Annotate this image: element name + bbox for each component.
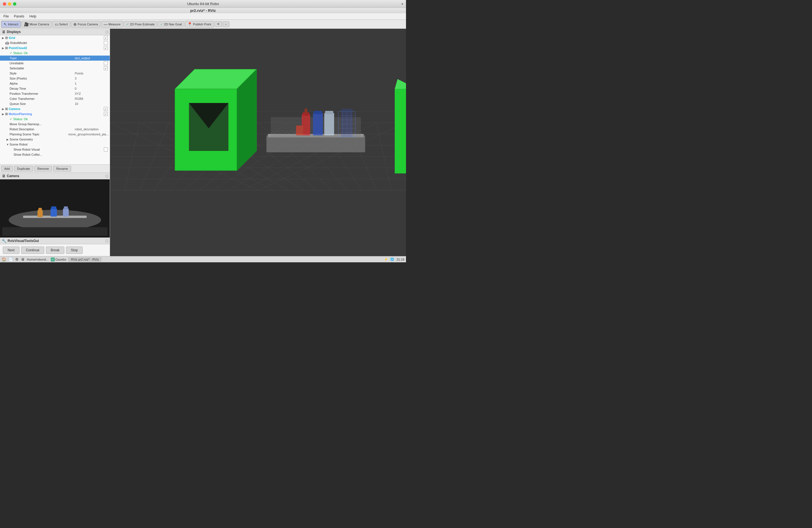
mp-checkbox[interactable]: ✓ — [104, 112, 108, 116]
svg-rect-52 — [304, 108, 307, 113]
status-tab[interactable]: RViz pr2.rviz* - RViz — [69, 258, 102, 262]
svg-rect-74 — [284, 132, 285, 133]
tree-item-decay-time[interactable]: Decay Time 0 — [0, 86, 110, 91]
tree-item-robot-model[interactable]: 🤖 RobotModel — [0, 40, 110, 45]
move-group-ns-label: Move Group Namesp... — [10, 122, 75, 126]
move-camera-label: Move Camera — [30, 23, 49, 26]
tree-item-pointcloud[interactable]: ▶ ⊞ PointCloud2 ✓ — [0, 45, 110, 50]
interact-button[interactable]: ↖ Interact — [1, 21, 21, 28]
robot-label: RobotModel — [10, 41, 104, 45]
next-button[interactable]: Next — [3, 247, 19, 254]
dropdown-icon[interactable]: ▾ — [402, 2, 403, 6]
menu-help[interactable]: Help — [27, 14, 39, 19]
add-display-button[interactable]: ✛ — [214, 21, 222, 27]
displays-tree: ▶ ⊞ Grid ✓ 🤖 RobotModel ▶ ⊞ PointCloud2 … — [0, 35, 110, 164]
svg-rect-87 — [361, 133, 361, 134]
tree-item-alpha[interactable]: Alpha 1 — [0, 81, 110, 86]
show-robot-visual-checkbox[interactable] — [104, 147, 108, 151]
tree-item-topic[interactable]: Topic /pcl_output — [0, 56, 110, 61]
camera-checkbox[interactable]: ✓ — [104, 107, 108, 111]
nav-goal-button[interactable]: ✓ 2D Nav Goal — [158, 21, 184, 27]
tree-item-pos-transformer[interactable]: Position Transformer XYZ — [0, 91, 110, 96]
tree-item-show-robot-visual[interactable]: Show Robot Visual — [0, 147, 110, 152]
remove-display-button[interactable]: − — [222, 21, 229, 27]
rviz-title: pr2.rviz* - RViz — [0, 8, 406, 13]
tree-item-scene-robot[interactable]: ▼ Scene Robot — [0, 142, 110, 147]
status-gazebo[interactable]: G Gazebo — [51, 258, 66, 262]
selectable-label: Selectable — [10, 67, 104, 70]
svg-rect-68 — [271, 133, 271, 133]
interact-icon: ↖ — [4, 22, 7, 27]
3d-viewport[interactable] — [110, 29, 406, 256]
select-button[interactable]: ▭ Select — [52, 21, 71, 28]
scene-robot-label: Scene Robot — [10, 143, 108, 146]
minimize-window-button[interactable] — [8, 2, 11, 6]
status-file[interactable]: 📄 — [9, 257, 13, 262]
tree-item-robot-desc[interactable]: Robot Description robot_description — [0, 127, 110, 132]
tree-item-move-group-ns[interactable]: Move Group Namesp... — [0, 121, 110, 127]
robot-checkbox[interactable] — [104, 41, 108, 45]
window-controls — [3, 2, 16, 6]
focus-camera-button[interactable]: ⊕ Focus Camera — [71, 21, 100, 28]
svg-rect-8 — [0, 227, 110, 236]
maximize-window-button[interactable] — [13, 2, 16, 6]
tree-item-color-transformer[interactable]: Color Transformer RGB8 — [0, 96, 110, 101]
svg-rect-69 — [273, 132, 273, 132]
remove-button[interactable]: Remove — [34, 166, 52, 172]
tree-item-size-pixels[interactable]: Size (Pixels) 3 — [0, 76, 110, 81]
path-text: /home/robond... — [27, 258, 48, 261]
rviz-tools-close-button[interactable]: □ — [106, 239, 108, 243]
status-settings[interactable]: ⚙ — [15, 257, 19, 262]
displays-buttons: Add Duplicate Remove Rename — [0, 164, 110, 173]
svg-rect-86 — [358, 134, 359, 135]
unreliable-checkbox[interactable] — [104, 61, 108, 65]
menu-panels[interactable]: Panels — [12, 14, 27, 19]
camera-view — [0, 179, 110, 237]
tree-item-scene-geometry[interactable]: ▶ Scene Geometry — [0, 137, 110, 142]
svg-rect-54 — [314, 111, 322, 114]
continue-button[interactable]: Continue — [21, 247, 44, 254]
tree-item-show-robot-collision[interactable]: Show Robot Collisi... — [0, 152, 110, 157]
duplicate-button[interactable]: Duplicate — [14, 166, 33, 172]
queue-size-value: 10 — [75, 102, 108, 105]
tree-item-motion-planning[interactable]: ▶ ⊞ MotionPlanning ✓ — [0, 112, 110, 117]
pc-checkbox[interactable]: ✓ — [104, 46, 108, 50]
add-button[interactable]: Add — [1, 166, 13, 172]
svg-rect-72 — [280, 133, 280, 133]
tree-item-unreliable[interactable]: Unreliable — [0, 61, 110, 66]
measure-button[interactable]: — Measure — [101, 21, 123, 28]
grid-expand-icon: ▶ — [1, 36, 5, 40]
move-camera-button[interactable]: 🎥 Move Camera — [21, 21, 52, 28]
tree-item-selectable[interactable]: Selectable ✓ — [0, 66, 110, 71]
tree-item-style[interactable]: Style Points — [0, 71, 110, 76]
status-monitor[interactable]: 🖥 — [21, 257, 25, 262]
break-button[interactable]: Break — [46, 247, 64, 254]
status-home[interactable]: 🏠 — [2, 257, 6, 262]
topic-value: /pcl_output — [75, 56, 108, 60]
menu-file[interactable]: File — [1, 14, 11, 19]
planning-scene-topic-label: Planning Scene Topic — [10, 133, 68, 136]
displays-close-button[interactable]: □ — [106, 30, 108, 34]
tree-item-planning-scene-topic[interactable]: Planning Scene Topic move_group/monitore… — [0, 132, 110, 137]
publish-point-button[interactable]: 📍 Publish Point — [185, 21, 214, 28]
camera-close-button[interactable]: □ — [106, 174, 108, 178]
pos-transformer-label: Position Transformer — [10, 92, 75, 96]
tree-item-camera[interactable]: ▶ ⊞ Camera ✓ — [0, 106, 110, 112]
tree-item-queue-size[interactable]: Queue Size 10 — [0, 101, 110, 106]
alpha-label: Alpha — [10, 82, 75, 85]
status-path: /home/robond... — [27, 258, 48, 261]
rename-button[interactable]: Rename — [53, 166, 71, 172]
pose-estimate-button[interactable]: ✓ 2D Pose Estimate — [124, 21, 157, 27]
nav-icon: ✓ — [160, 22, 163, 26]
grid-label: Grid — [9, 36, 104, 40]
selectable-checkbox[interactable]: ✓ — [104, 66, 108, 70]
stop-button[interactable]: Stop — [66, 247, 83, 254]
measure-icon: — — [103, 22, 107, 27]
decay-time-label: Decay Time — [10, 87, 75, 90]
grid-checkbox[interactable]: ✓ — [104, 36, 108, 40]
camera-panel-icon: 🖥 — [2, 174, 6, 178]
status-time: 21:18 — [396, 258, 404, 261]
motion-planning-label: MotionPlanning — [9, 112, 104, 116]
close-window-button[interactable] — [3, 2, 6, 6]
tree-item-grid[interactable]: ▶ ⊞ Grid ✓ — [0, 35, 110, 40]
